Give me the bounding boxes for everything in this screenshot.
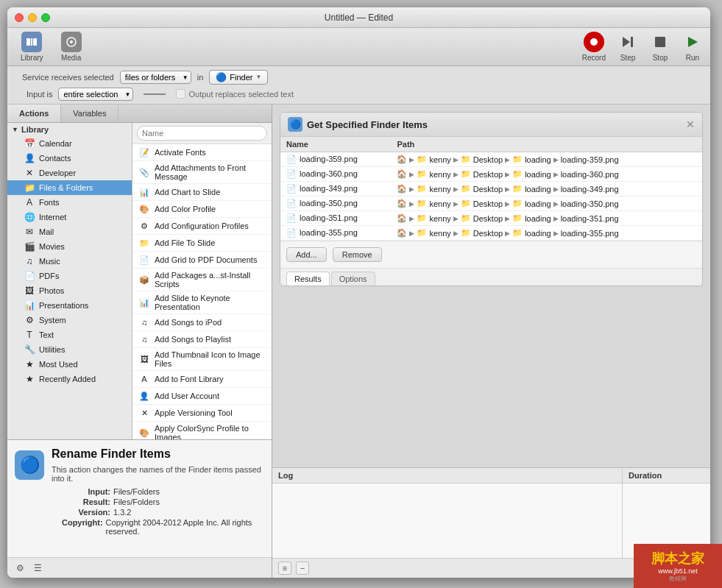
- action-item[interactable]: 📦Add Packages a...st-Install Scripts: [132, 269, 272, 291]
- table-row[interactable]: 📄loading-360.png 🏠 ▶ 📁 kenny ▶ 📁 Desktop…: [280, 167, 702, 182]
- add-button[interactable]: Add...: [286, 247, 327, 262]
- sidebar-item-contacts[interactable]: 👤Contacts: [7, 151, 132, 166]
- library-icon: [21, 32, 42, 52]
- action-item[interactable]: 🎨Add Color Profile: [132, 201, 272, 218]
- result-label: Result:: [52, 497, 110, 506]
- titlebar: Untitled — Edited: [7, 7, 710, 28]
- svg-rect-7: [655, 37, 665, 47]
- main-window: Untitled — Edited Library Media Record: [7, 7, 710, 578]
- connector: [144, 93, 166, 95]
- log-list-btn[interactable]: ≡: [278, 562, 291, 575]
- table-row[interactable]: 📄loading-349.png 🏠 ▶ 📁 kenny ▶ 📁 Desktop…: [280, 182, 702, 196]
- action-item[interactable]: 📎Add Attachments to Front Message: [132, 161, 272, 184]
- library-button[interactable]: Library: [15, 29, 49, 65]
- sidebar: ▼ Library 📅Calendar👤Contacts✕Developer📁F…: [7, 123, 132, 439]
- minimize-button[interactable]: [28, 13, 37, 22]
- bottom-meta: Input: Files/Folders Result: Files/Folde…: [52, 487, 264, 536]
- table-row[interactable]: 📄loading-355.png 🏠 ▶ 📁 kenny ▶ 📁 Desktop…: [280, 226, 702, 241]
- maximize-button[interactable]: [41, 13, 50, 22]
- sidebar-item-internet[interactable]: 🌐Internet: [7, 210, 132, 224]
- file-name-cell: 📄loading-355.png: [280, 226, 391, 241]
- action-item[interactable]: 👤Add User Account: [132, 388, 272, 405]
- sidebar-item-files-&-folders[interactable]: 📁Files & Folders: [7, 180, 132, 195]
- copyright-value: Copyright 2004-2012 Apple Inc. All right…: [106, 518, 264, 536]
- table-row[interactable]: 📄loading-359.png 🏠 ▶ 📁 kenny ▶ 📁 Desktop…: [280, 152, 702, 167]
- log-clear-btn[interactable]: −: [296, 562, 309, 575]
- card-actions: Add... Remove: [280, 241, 702, 268]
- close-button[interactable]: [15, 13, 24, 22]
- svg-marker-8: [688, 37, 698, 47]
- action-item[interactable]: 📄Add Grid to PDF Documents: [132, 252, 272, 269]
- col-name: Name: [280, 137, 391, 152]
- sidebar-item-pdfs[interactable]: 📄PDFs: [7, 269, 132, 283]
- list-button[interactable]: ☰: [31, 562, 44, 575]
- record-label: Record: [582, 54, 606, 62]
- remove-button[interactable]: Remove: [333, 247, 382, 262]
- svg-rect-2: [33, 38, 37, 46]
- svg-rect-1: [31, 38, 32, 46]
- main-content: Actions Variables ▼ Library 📅Calendar👤Co…: [7, 105, 710, 578]
- sidebar-item-presentations[interactable]: 📊Presentations: [7, 298, 132, 313]
- sidebar-item-utilities[interactable]: 🔧Utilities: [7, 342, 132, 357]
- tab-options[interactable]: Options: [331, 272, 375, 286]
- file-table: Name Path 📄loading-359.png 🏠 ▶ 📁 kenny ▶…: [280, 137, 702, 241]
- action-item[interactable]: 📁Add File To Slide: [132, 235, 272, 252]
- library-arrow: ▼: [12, 126, 18, 133]
- gear-button[interactable]: ⚙: [13, 562, 26, 575]
- media-button[interactable]: Media: [55, 29, 88, 65]
- receives-label: Service receives selected: [22, 73, 114, 82]
- library-section-header[interactable]: ▼ Library: [7, 123, 132, 136]
- action-item[interactable]: 🖼Add Thumbnail Icon to Image Files: [132, 348, 272, 371]
- log-label: Log: [272, 468, 622, 483]
- action-item[interactable]: AAdd to Font Library: [132, 371, 272, 388]
- action-item[interactable]: ⚙Add Configuration Profiles: [132, 218, 272, 235]
- file-name-cell: 📄loading-360.png: [280, 167, 391, 182]
- sidebar-item-fonts[interactable]: AFonts: [7, 195, 132, 210]
- step-button[interactable]: Step: [617, 32, 638, 62]
- right-panel: 🔵 Get Specified Finder Items ✕ Name Path: [272, 105, 710, 578]
- finder-select[interactable]: 🔵 Finder ▼: [209, 70, 268, 85]
- svg-marker-5: [623, 37, 630, 47]
- record-button[interactable]: Record: [582, 32, 606, 62]
- output-replaces-label: Output replaces selected text: [188, 90, 293, 99]
- card-close-button[interactable]: ✕: [686, 118, 695, 130]
- action-item[interactable]: 📊Add Chart to Slide: [132, 184, 272, 201]
- rename-desc: This action changes the names of the Fin…: [52, 465, 264, 483]
- sidebar-item-developer[interactable]: ✕Developer: [7, 166, 132, 180]
- svg-point-4: [70, 40, 73, 43]
- output-replaces-checkbox[interactable]: [176, 89, 185, 99]
- action-item[interactable]: ♫Add Songs to Playlist: [132, 331, 272, 348]
- search-input[interactable]: [137, 126, 267, 141]
- table-row[interactable]: 📄loading-351.png 🏠 ▶ 📁 kenny ▶ 📁 Desktop…: [280, 211, 702, 226]
- file-path-cell: 🏠 ▶ 📁 kenny ▶ 📁 Desktop ▶ 📁 loading ▶ lo…: [391, 182, 702, 196]
- table-row[interactable]: 📄loading-350.png 🏠 ▶ 📁 kenny ▶ 📁 Desktop…: [280, 196, 702, 211]
- run-button[interactable]: Run: [682, 32, 703, 62]
- rename-icon: 🔵: [15, 450, 44, 480]
- receives-select[interactable]: files or folders: [120, 71, 191, 84]
- sidebar-item-movies[interactable]: 🎬Movies: [7, 239, 132, 254]
- sidebar-item-text[interactable]: TText: [7, 327, 132, 342]
- file-path-cell: 🏠 ▶ 📁 kenny ▶ 📁 Desktop ▶ 📁 loading ▶ lo…: [391, 211, 702, 226]
- action-item[interactable]: 🎨Apply ColorSync Profile to Images: [132, 422, 272, 439]
- action-item[interactable]: ♫Add Songs to iPod: [132, 314, 272, 331]
- sidebar-item-most-used[interactable]: ★Most Used: [7, 357, 132, 372]
- tab-bar: Actions Variables: [7, 105, 272, 123]
- sidebar-item-photos[interactable]: 🖼Photos: [7, 283, 132, 298]
- stop-button[interactable]: Stop: [650, 32, 670, 62]
- action-item[interactable]: 📝Activate Fonts: [132, 144, 272, 161]
- version-value: 1.3.2: [113, 508, 131, 517]
- action-item[interactable]: 📊Add Slide to Keynote Presentation: [132, 291, 272, 314]
- result-value: Files/Folders: [113, 497, 160, 506]
- input-select[interactable]: entire selection: [58, 88, 133, 101]
- tab-actions[interactable]: Actions: [7, 105, 61, 122]
- action-item[interactable]: ✕Apple Versioning Tool: [132, 405, 272, 422]
- sidebar-item-mail[interactable]: ✉Mail: [7, 224, 132, 239]
- sidebar-item-music[interactable]: ♫Music: [7, 254, 132, 269]
- tab-variables[interactable]: Variables: [61, 105, 118, 122]
- tab-results[interactable]: Results: [286, 272, 330, 286]
- library-section-label: Library: [21, 125, 49, 134]
- input-is-label: Input is: [26, 90, 52, 99]
- sidebar-item-system[interactable]: ⚙System: [7, 313, 132, 327]
- sidebar-item-recently-added[interactable]: ★Recently Added: [7, 372, 132, 386]
- sidebar-item-calendar[interactable]: 📅Calendar: [7, 136, 132, 151]
